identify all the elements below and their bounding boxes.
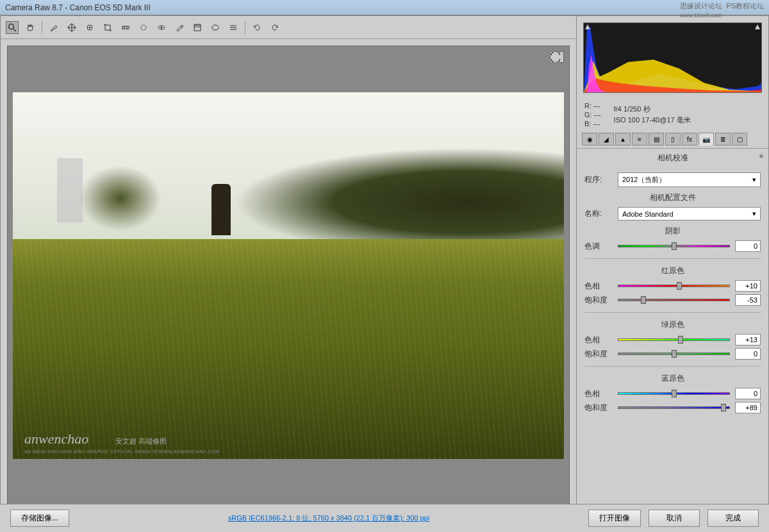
svg-point-15 bbox=[212, 25, 219, 30]
tab-detail[interactable]: ▲ bbox=[615, 133, 631, 145]
exif-b: B: --- bbox=[584, 120, 601, 128]
image-watermark-sub: 安文超 高端修图 bbox=[115, 436, 167, 446]
tab-presets[interactable]: ≣ bbox=[715, 133, 731, 145]
rotate-cw-tool[interactable] bbox=[269, 21, 281, 34]
exif-iso-lens: ISO 100 17-40@17 毫米 bbox=[614, 115, 691, 125]
blue-hue-label: 色相 bbox=[584, 388, 613, 399]
green-sat-label: 饱和度 bbox=[584, 349, 613, 360]
exif-g: G: --- bbox=[584, 111, 601, 119]
svg-point-6 bbox=[89, 26, 91, 28]
red-eye-tool[interactable] bbox=[155, 21, 168, 34]
graduated-filter-tool[interactable] bbox=[191, 21, 204, 34]
red-sat-label: 饱和度 bbox=[584, 295, 613, 306]
blue-hue-value[interactable] bbox=[735, 388, 761, 399]
green-hue-slider[interactable] bbox=[618, 335, 730, 344]
save-image-button[interactable]: 存储图像... bbox=[10, 510, 69, 527]
targeted-adjustment-tool[interactable] bbox=[83, 21, 96, 34]
chevron-down-icon: ▾ bbox=[752, 176, 756, 184]
svg-marker-20 bbox=[755, 24, 760, 29]
main-container: ⛶ anwenchao 安文超 高端修图 AN WENCHAO HIGH-END… bbox=[0, 15, 769, 532]
image-watermark-line: AN WENCHAO HIGH-END GRAPHIC OFFICIAL WEB… bbox=[24, 449, 219, 454]
open-image-button[interactable]: 打开图像 bbox=[588, 510, 641, 527]
svg-marker-19 bbox=[585, 24, 590, 29]
crop-tool[interactable] bbox=[101, 21, 114, 34]
image-watermark-main: anwenchao bbox=[24, 431, 88, 447]
red-hue-label: 色相 bbox=[584, 281, 613, 292]
blue-section-title: 蓝原色 bbox=[584, 373, 761, 384]
green-sat-slider[interactable] bbox=[618, 349, 730, 358]
tab-hsl[interactable]: ≡ bbox=[632, 133, 647, 145]
done-button[interactable]: 完成 bbox=[707, 510, 759, 527]
hand-tool[interactable] bbox=[24, 21, 37, 34]
spot-removal-tool[interactable] bbox=[137, 21, 150, 34]
tab-strip: ◉ ◢ ▲ ≡ ▤ ▯ fx 📷 ≣ ▢ bbox=[577, 130, 768, 149]
straighten-tool[interactable] bbox=[119, 21, 132, 34]
cancel-button[interactable]: 取消 bbox=[649, 510, 700, 527]
exif-info: R: --- G: --- B: --- f/4 1/250 秒 ISO 100… bbox=[577, 99, 768, 130]
right-panel: R: --- G: --- B: --- f/4 1/250 秒 ISO 100… bbox=[577, 15, 769, 532]
preview-area[interactable]: ⛶ anwenchao 安文超 高端修图 AN WENCHAO HIGH-END… bbox=[7, 46, 570, 506]
fullscreen-toggle[interactable]: ⛶ bbox=[550, 51, 564, 63]
footer: 存储图像... sRGB IEC61966-2.1; 8 位; 5760 x 3… bbox=[0, 504, 769, 532]
titlebar-text: Camera Raw 8.7 - Canon EOS 5D Mark III bbox=[5, 3, 151, 12]
left-panel: ⛶ anwenchao 安文超 高端修图 AN WENCHAO HIGH-END… bbox=[0, 15, 577, 532]
shadows-section-title: 阴影 bbox=[584, 226, 761, 237]
shadows-tint-label: 色调 bbox=[584, 241, 613, 252]
svg-point-12 bbox=[161, 26, 163, 28]
svg-rect-14 bbox=[194, 24, 201, 28]
panel-title: 相机校准 ≡ bbox=[577, 149, 768, 167]
histogram[interactable] bbox=[583, 22, 762, 93]
process-dropdown[interactable]: 2012（当前）▾ bbox=[618, 172, 761, 187]
workflow-options-link[interactable]: sRGB IEC61966-2.1; 8 位; 5760 x 3840 (22.… bbox=[77, 513, 581, 523]
green-sat-value[interactable] bbox=[735, 348, 761, 360]
green-section-title: 绿原色 bbox=[584, 319, 761, 330]
white-balance-tool[interactable] bbox=[47, 21, 60, 34]
green-hue-label: 色相 bbox=[584, 335, 613, 345]
svg-point-0 bbox=[9, 24, 14, 29]
preview-image: anwenchao 安文超 高端修图 AN WENCHAO HIGH-END G… bbox=[13, 92, 564, 459]
panel-menu-icon[interactable]: ≡ bbox=[759, 153, 763, 160]
red-hue-value[interactable] bbox=[735, 280, 761, 292]
tab-snapshots[interactable]: ▢ bbox=[732, 133, 747, 145]
red-section-title: 红原色 bbox=[584, 265, 761, 276]
exif-aperture-shutter: f/4 1/250 秒 bbox=[614, 104, 691, 114]
red-sat-value[interactable] bbox=[735, 294, 761, 306]
tab-lens[interactable]: ▯ bbox=[665, 133, 681, 145]
blue-sat-value[interactable] bbox=[735, 402, 761, 413]
page-watermark: 思缘设计论坛 PS教程论坛 www.16xx8.com bbox=[680, 1, 764, 19]
blue-hue-slider[interactable] bbox=[618, 389, 730, 398]
titlebar: Camera Raw 8.7 - Canon EOS 5D Mark III bbox=[0, 0, 769, 15]
tab-camera-calibration[interactable]: 📷 bbox=[699, 133, 714, 145]
exif-r: R: --- bbox=[584, 102, 601, 110]
rotate-ccw-tool[interactable] bbox=[251, 21, 263, 34]
blue-sat-label: 饱和度 bbox=[584, 403, 613, 413]
shadows-tint-value[interactable] bbox=[735, 240, 761, 252]
profile-name-dropdown[interactable]: Adobe Standard▾ bbox=[618, 207, 761, 220]
tab-curve[interactable]: ◢ bbox=[599, 133, 614, 145]
tab-split[interactable]: ▤ bbox=[649, 133, 664, 145]
profile-section-title: 相机配置文件 bbox=[584, 192, 761, 203]
svg-point-10 bbox=[141, 25, 146, 30]
blue-sat-slider[interactable] bbox=[618, 403, 730, 412]
chevron-down-icon: ▾ bbox=[752, 210, 756, 218]
shadows-tint-slider[interactable] bbox=[618, 242, 730, 251]
process-label: 程序: bbox=[584, 174, 613, 185]
tab-fx[interactable]: fx bbox=[682, 133, 697, 145]
svg-rect-7 bbox=[122, 26, 129, 29]
radial-filter-tool[interactable] bbox=[209, 21, 222, 34]
tab-basic[interactable]: ◉ bbox=[582, 133, 597, 145]
red-hue-slider[interactable] bbox=[618, 281, 730, 290]
toolbar bbox=[1, 16, 576, 39]
zoom-tool[interactable] bbox=[6, 21, 19, 34]
color-sampler-tool[interactable] bbox=[65, 21, 78, 34]
green-hue-value[interactable] bbox=[735, 334, 761, 345]
preferences-tool[interactable] bbox=[227, 21, 240, 34]
red-sat-slider[interactable] bbox=[618, 295, 730, 304]
name-label: 名称: bbox=[584, 208, 613, 219]
svg-line-1 bbox=[13, 29, 16, 31]
adjustment-brush-tool[interactable] bbox=[173, 21, 186, 34]
settings-panel: 程序: 2012（当前）▾ 相机配置文件 名称: Adobe Standard▾… bbox=[577, 167, 768, 531]
